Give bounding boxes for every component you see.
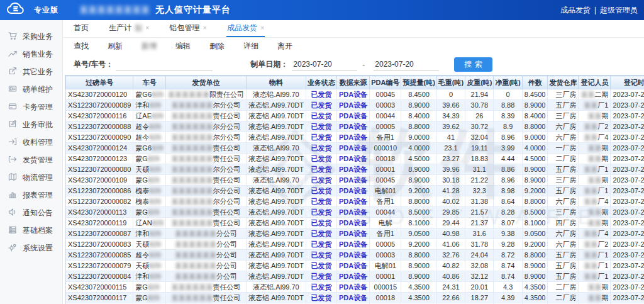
sidebar-item-系统设置[interactable]: 系统设置 [0, 239, 62, 257]
cell-vehicle-no: 槐泰829 [133, 196, 166, 207]
cell-net-weight: 8.88 [494, 100, 522, 111]
toolbar-button-详细[interactable]: 详细 [243, 41, 258, 52]
tab-close-icon[interactable]: × [145, 25, 149, 31]
cell-net-weight: 8.98 [494, 186, 522, 196]
table-row[interactable]: XS4230720000109蒙G829某某某某某某责任公司液态铝.Al99.7… [66, 175, 644, 186]
cell-shipping-company: 某某某某某某分公司 [165, 261, 246, 271]
arrow-out-icon [8, 155, 17, 166]
column-header-车号[interactable]: 车号 [133, 76, 166, 89]
column-header-物料[interactable]: 物料 [246, 76, 306, 89]
cell-data-source: PDA设备 [337, 132, 370, 143]
table-row[interactable]: XS4230720000116辽AE829某某某某某某责任公司液态铝.Al99.… [66, 111, 644, 121]
toolbar-button-离开[interactable]: 离开 [277, 41, 292, 52]
cell-pda-no: 000010 [370, 143, 401, 154]
table-row[interactable]: XS12230720000090超今829某某某某某某尔分公司液态铝.Al99.… [66, 132, 644, 143]
tab-生产计[interactable]: 生产计划× [108, 20, 150, 37]
column-header-毛重(吨)[interactable]: 毛重(吨) [436, 76, 465, 89]
sidebar-item-基础档案[interactable]: 基础档案 [0, 222, 62, 239]
sidebar: 采购业务销售业务其它业务磅单维护卡务管理业务审批收料管理发货管理物流管理报表管理… [0, 20, 63, 304]
search-button[interactable]: 搜索 [454, 57, 492, 72]
cell-pda-no: 000015 [370, 282, 401, 293]
table-row[interactable]: XS12230720000089津和829某某某某某某尔分公司液态铝.Al99.… [66, 100, 644, 111]
column-header-业务状态[interactable]: 业务状态 [306, 76, 337, 89]
sidebar-item-发货管理[interactable]: 发货管理 [0, 151, 62, 169]
cell-warehouse: 三厂房 [548, 175, 579, 186]
sidebar-item-label: 销售业务 [23, 49, 53, 60]
table-row[interactable]: XS4230720000123蒙G829某某某某某某责任公司液态铝.Al99.7… [66, 154, 644, 164]
date-to-input[interactable] [374, 59, 439, 71]
toolbar-button-查找[interactable]: 查找 [74, 41, 89, 52]
cell-pre-quantity: 8.4000 [401, 111, 436, 121]
cell-pda-no: 电解01 [370, 261, 401, 271]
cell-registrar: 某某厂1 [579, 186, 611, 196]
company-masked: 某某某某某某 [171, 283, 213, 291]
sidebar-item-磅单维护[interactable]: 磅单维护 [0, 81, 62, 98]
table-row[interactable]: XS12230720000085超令829某某某某某某分公司液态铝.Al99.7… [66, 250, 644, 261]
cell-material: 液态铝.Al99.70DT [246, 271, 306, 282]
plate-visible: 槐泰 [135, 187, 149, 194]
toolbar-button-新增[interactable]: 新增 [142, 41, 157, 52]
edit-icon [8, 120, 17, 130]
sidebar-item-通知公告[interactable]: 通知公告 [0, 204, 62, 222]
table-row[interactable]: XS4230720000113蒙G829某某某某某某责任公司液态铝.Al99.7… [66, 207, 644, 218]
registrar-masked: 某某 [584, 133, 597, 141]
tab-close-icon[interactable]: × [260, 25, 264, 31]
sidebar-item-其它业务[interactable]: 其它业务 [0, 63, 62, 81]
table-row[interactable]: XS12230720000086槐泰829某某某某某某尔分公司液态铝.Al99.… [66, 186, 644, 196]
column-header-PDA编号[interactable]: PDA编号 [370, 76, 401, 89]
column-header-数据来源[interactable]: 数据来源 [337, 76, 370, 89]
table-row[interactable]: XS4230720000124蒙G6829某某某某某某责任公司液态铝.Al99.… [66, 143, 644, 154]
cell-data-source: PDA设备 [337, 207, 370, 218]
current-user-label[interactable]: 超级管理员 [600, 5, 638, 16]
plate-masked: 829 [152, 219, 164, 227]
cell-gross-weight: 40.86 [436, 271, 465, 282]
table-row[interactable]: XS12230720000088超令829某某某某某某尔分公司液态铝.Al99.… [66, 121, 644, 132]
table-row[interactable]: XS12230720000083天硕829某某某某某某分公司液态铝.Al99.7… [66, 239, 644, 250]
column-header-皮重(吨)[interactable]: 皮重(吨) [465, 76, 494, 89]
cell-register-time: 2023-07-20 17:17 [611, 164, 644, 175]
sidebar-item-收料管理[interactable]: 收料管理 [0, 133, 62, 151]
tab-成品发货[interactable]: 成品发货× [226, 20, 265, 37]
date-from-input[interactable] [292, 59, 357, 71]
column-header-发货仓库[interactable]: 发货仓库 [548, 76, 579, 89]
tab-close-icon[interactable]: × [203, 25, 206, 31]
tab-铝包管理[interactable]: 铝包管理× [169, 20, 207, 37]
column-header-登记时间[interactable]: 登记时间 ↓ [611, 76, 644, 89]
table-row[interactable]: XS4230720000115蒙G829某某某某某某责任公司液态铝.Al99.7… [66, 282, 644, 293]
table-row[interactable]: XS12230720000084津和829某某某某某某分公司液态铝.Al99.7… [66, 271, 644, 282]
cell-registrar: 某某厂4 [579, 132, 611, 143]
sidebar-item-卡务管理[interactable]: 卡务管理 [0, 98, 62, 116]
brand-logo[interactable]: 专业版 [6, 2, 58, 18]
table-row[interactable]: XS12230720000079天硕829某某某某某某分公司液态铝.Al99.7… [66, 261, 644, 271]
column-header-净重(吨)[interactable]: 净重(吨) [494, 76, 522, 89]
cell-material: 液态铝.Al99.70DT [246, 250, 306, 261]
table-row[interactable]: XS4230720000117蒙G829某某某某某某责任公司液态铝.Al99.7… [66, 293, 644, 303]
table-row[interactable]: XS4230720000119辽AN829某某某某某某责任公司液态铝.Al99.… [66, 218, 644, 228]
order-filter-input[interactable] [116, 59, 213, 71]
cell-net-weight: 8.64 [494, 196, 522, 207]
sidebar-item-报表管理[interactable]: 报表管理 [0, 186, 62, 204]
table-row[interactable]: XS12230720000080天硕829某某某某某某尔分公司液态铝.Al99.… [66, 164, 644, 175]
sidebar-item-销售业务[interactable]: 销售业务 [0, 45, 62, 63]
company-suffix: 分公司 [216, 262, 237, 269]
column-header-登记人员[interactable]: 登记人员 [579, 76, 611, 89]
cell-net-weight: 8.86 [494, 164, 522, 175]
sidebar-item-物流管理[interactable]: 物流管理 [0, 169, 62, 186]
sidebar-item-采购业务[interactable]: 采购业务 [0, 28, 62, 45]
status-badge: 已发货 [311, 155, 332, 162]
cell-tare-weight: 24.04 [465, 250, 494, 261]
toolbar-button-编辑[interactable]: 编辑 [175, 41, 191, 52]
toolbar-button-删除[interactable]: 删除 [209, 41, 225, 52]
column-header-件数[interactable]: 件数 [522, 76, 548, 89]
table-row[interactable]: XS4230720000120蒙G6829某某某某某某限责任公司液态铝.Al99… [66, 89, 644, 100]
table-row[interactable]: XS12230720000087津和829某某某某某某分公司液态铝.Al99.7… [66, 228, 644, 239]
column-header-过磅单号[interactable]: 过磅单号 [66, 76, 133, 89]
tab-首页[interactable]: 首页 [73, 20, 89, 37]
column-header-预提量(吨)[interactable]: 预提量(吨) [401, 76, 436, 89]
toolbar-button-刷新[interactable]: 刷新 [108, 41, 123, 52]
column-header-发货单位[interactable]: 发货单位 [165, 76, 246, 89]
sidebar-item-业务审批[interactable]: 业务审批 [0, 116, 62, 133]
plate-visible: 蒙G6 [135, 91, 152, 98]
cell-piece-count: 8.9000 [522, 271, 548, 282]
table-row[interactable]: XS12230720000082槐泰829某某某某某某尔分公司液态铝.Al99.… [66, 196, 644, 207]
